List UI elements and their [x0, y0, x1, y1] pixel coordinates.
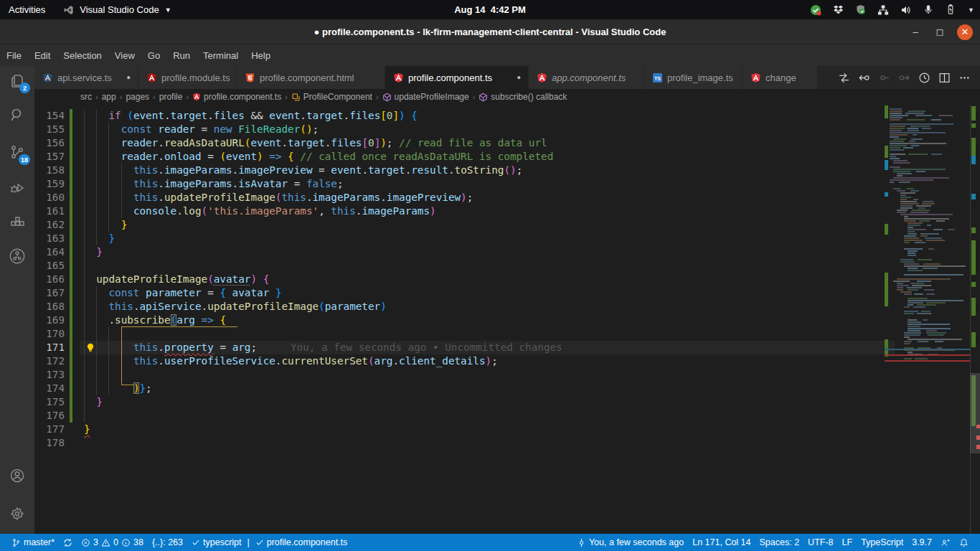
- maximize-button[interactable]: ◻: [933, 25, 947, 39]
- line-number: 164: [34, 245, 65, 259]
- compare-icon[interactable]: [837, 70, 851, 85]
- menu-go[interactable]: Go: [141, 47, 166, 64]
- cursor-position[interactable]: Ln 171, Col 14: [688, 537, 755, 547]
- code-line-166[interactable]: updateProfileImage(avatar) {: [84, 273, 269, 286]
- account-icon[interactable]: [0, 461, 34, 490]
- indent-guide: [96, 327, 97, 341]
- menu-terminal[interactable]: Terminal: [197, 47, 245, 64]
- language-mode[interactable]: TypeScript: [857, 537, 908, 547]
- encoding[interactable]: UTF-8: [804, 537, 837, 547]
- minimap[interactable]: [885, 105, 970, 534]
- scrollbar-thumb[interactable]: [970, 373, 980, 453]
- breadcrumb-profilecomponent[interactable]: ProfileComponent: [291, 92, 372, 102]
- tab-label: app.component.ts: [552, 72, 626, 83]
- minimize-button[interactable]: –: [908, 25, 923, 39]
- minimap-line: [890, 162, 961, 164]
- problems-indicator[interactable]: 3038: [77, 537, 148, 547]
- code-line-169[interactable]: .subscribe(arg => {: [84, 314, 226, 327]
- code-line-167[interactable]: const parameter = { avatar }: [84, 286, 281, 300]
- symbols-count[interactable]: {..}: 263: [148, 537, 187, 547]
- microphone-icon[interactable]: [923, 4, 933, 15]
- battery-icon[interactable]: [945, 4, 956, 15]
- minimap-line: [890, 115, 961, 116]
- minimap-line: [890, 270, 961, 271]
- dropbox-icon[interactable]: [833, 4, 844, 15]
- breadcrumb-updateprofileimage[interactable]: updateProfileImage: [382, 92, 469, 102]
- extensions-icon[interactable]: [0, 208, 34, 237]
- notifications-bell-icon[interactable]: [955, 538, 973, 547]
- minimap-line: [890, 250, 961, 252]
- code-line-177[interactable]: }: [84, 423, 90, 436]
- code-line-171[interactable]: this.property = arg;: [84, 341, 257, 354]
- files-icon[interactable]: 2: [0, 66, 34, 95]
- code-line-159[interactable]: this.imageParams.isAvatar = false;: [84, 177, 344, 191]
- code-line-158[interactable]: this.imageParams.imagePreview = event.ta…: [84, 164, 522, 177]
- volume-icon[interactable]: [900, 4, 912, 16]
- code-line-155[interactable]: const reader = new FileReader();: [84, 123, 319, 136]
- code-line-172[interactable]: this.userProfileService.currentUserSet(a…: [84, 354, 498, 368]
- feedback-icon[interactable]: [936, 538, 955, 547]
- window-titlebar[interactable]: ● profile.component.ts - lk-firm-managem…: [0, 19, 980, 44]
- code-line-154[interactable]: if (event.target.files && event.target.f…: [84, 109, 418, 123]
- code-line-175[interactable]: }: [84, 395, 103, 409]
- code-line-160[interactable]: this.updateProfileImage(this.imageParams…: [84, 191, 473, 204]
- tab-app.component.ts[interactable]: app.component.ts: [529, 66, 644, 89]
- breadcrumb-profile[interactable]: profile: [159, 92, 183, 102]
- eol-setting[interactable]: LF: [838, 537, 857, 547]
- menu-selection[interactable]: Selection: [57, 47, 108, 64]
- timeline-icon[interactable]: [917, 70, 931, 85]
- menu-help[interactable]: Help: [245, 47, 277, 64]
- dirty-indicator[interactable]: ●: [127, 74, 131, 81]
- typescript-check[interactable]: typescript|profile.component.ts: [187, 537, 352, 547]
- blame-status[interactable]: You, a few seconds ago: [573, 537, 688, 547]
- code-line-161[interactable]: console.log('this.imageParams', this.ima…: [84, 204, 436, 218]
- split-icon[interactable]: [937, 70, 951, 85]
- tab-profile_image.ts[interactable]: TSprofile_image.ts: [644, 66, 743, 89]
- breadcrumb-src[interactable]: src: [80, 92, 92, 102]
- search-icon[interactable]: [0, 100, 34, 129]
- circle-dash-icon[interactable]: [877, 70, 891, 85]
- menu-edit[interactable]: Edit: [28, 47, 57, 64]
- network-icon[interactable]: [877, 4, 889, 16]
- tab-profile.module.ts[interactable]: profile.module.ts: [138, 66, 237, 89]
- source-control-icon[interactable]: 18: [0, 138, 34, 166]
- back-icon[interactable]: [857, 70, 871, 85]
- settings-icon[interactable]: [0, 499, 34, 528]
- indent-guide: [84, 259, 85, 273]
- menu-file[interactable]: File: [0, 47, 28, 64]
- tab-profile.component.ts[interactable]: profile.component.ts●: [385, 66, 529, 89]
- tab-api.service.ts[interactable]: api.service.ts●: [34, 66, 138, 89]
- tab-change[interactable]: change: [743, 66, 818, 89]
- minimap-line: [890, 274, 961, 276]
- ruler-mark: [971, 298, 976, 316]
- code-line-156[interactable]: reader.readAsDataURL(event.target.files[…: [84, 136, 547, 150]
- breadcrumb-subscribe-callback[interactable]: subscribe() callback: [479, 92, 567, 102]
- gitlens-icon[interactable]: [0, 242, 34, 270]
- code-line-163[interactable]: }: [84, 232, 115, 245]
- lightbulb-icon[interactable]: [85, 342, 95, 357]
- sync-status-icon[interactable]: [810, 4, 821, 16]
- breadcrumb-app[interactable]: app: [102, 92, 116, 102]
- code-editor[interactable]: 154 if (event.target.files && event.targ…: [34, 105, 980, 534]
- dirty-indicator[interactable]: ●: [517, 74, 521, 81]
- code-line-162[interactable]: }: [84, 218, 127, 232]
- forward-icon[interactable]: [897, 70, 911, 85]
- code-line-164[interactable]: }: [84, 245, 103, 259]
- breadcrumb-profile-component-ts[interactable]: profile.component.ts: [192, 92, 281, 102]
- shield-status-icon[interactable]: [855, 4, 866, 15]
- system-menu-chevron-icon[interactable]: ▼: [968, 6, 974, 14]
- indent-setting[interactable]: Spaces: 2: [755, 537, 804, 547]
- tab-profile.component.html[interactable]: profile.component.html: [237, 66, 385, 89]
- ts-version[interactable]: 3.9.7: [908, 537, 936, 547]
- code-line-157[interactable]: reader.onload = (event) => { // called o…: [84, 150, 553, 164]
- code-line-174[interactable]: )};: [84, 382, 152, 395]
- branch-indicator[interactable]: master*: [7, 537, 59, 547]
- code-line-168[interactable]: this.apiService.updateProfileImage(param…: [84, 300, 387, 314]
- menu-run[interactable]: Run: [166, 47, 197, 64]
- sync-button[interactable]: [59, 538, 77, 547]
- more-icon[interactable]: [957, 70, 971, 85]
- debug-icon[interactable]: [0, 174, 34, 202]
- breadcrumb-pages[interactable]: pages: [126, 92, 149, 102]
- menu-view[interactable]: View: [108, 47, 141, 64]
- close-button[interactable]: ✕: [957, 24, 973, 40]
